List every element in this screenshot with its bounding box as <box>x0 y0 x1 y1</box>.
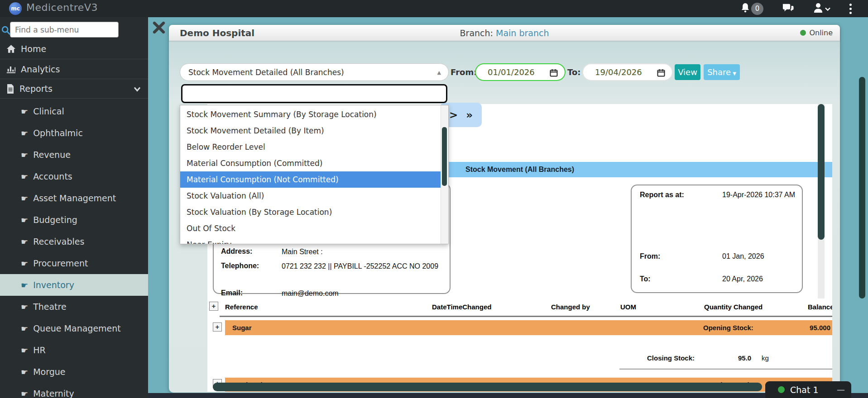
dot <box>849 4 852 6</box>
hand-pointer-icon: ☛ <box>21 172 28 181</box>
topbar: mc MedicentreV3 0 <box>0 0 868 17</box>
page: mc MedicentreV3 0 <box>0 0 868 398</box>
page-vertical-scrollbar[interactable] <box>859 77 865 298</box>
chevron-down-icon <box>825 5 830 13</box>
dropdown-options-list: Stock Movement Summary (By Storage Locat… <box>180 105 449 244</box>
calendar-icon <box>549 68 558 77</box>
sidebar-item-theatre[interactable]: ☛Theatre <box>0 296 148 317</box>
more-options-button[interactable] <box>849 4 852 14</box>
sidebar-item-maternity[interactable]: ☛Maternity <box>0 383 148 398</box>
to-date-value: 19/04/2026 <box>595 67 642 77</box>
column-header-quantity-changed: Quantity Changed <box>704 303 762 311</box>
hand-pointer-icon: ☛ <box>21 259 28 268</box>
expand-all-button[interactable]: + <box>209 302 218 311</box>
sidebar-item-label: Reports <box>19 84 53 94</box>
report-meta-box: Report as at: 19-Apr-2026 10:37 AM From:… <box>631 185 803 293</box>
sidebar-item-inventory[interactable]: ☛Inventory <box>0 274 148 296</box>
sidebar-item-morgue[interactable]: ☛Morgue <box>0 361 148 383</box>
report-vertical-scrollbar[interactable] <box>818 104 825 240</box>
table-row-sugar[interactable]: Sugar Opening Stock: 95.000 <box>225 320 832 335</box>
from-date-value: 01/01/2026 <box>488 67 535 77</box>
dot <box>849 8 852 10</box>
dropdown-option[interactable]: Below Reorder Level <box>180 139 441 155</box>
dropdown-option[interactable]: Stock Valuation (All) <box>180 188 441 204</box>
sidebar-item-queue-management[interactable]: ☛Queue Management <box>0 317 148 339</box>
dropdown-option[interactable]: Stock Movement Summary (By Storage Locat… <box>180 106 441 123</box>
dot <box>849 12 852 14</box>
user-menu-button[interactable] <box>813 2 830 15</box>
column-header-changed-by: Changed by <box>551 303 590 311</box>
expand-row-button[interactable]: + <box>213 322 222 332</box>
horizontal-scrollbar[interactable] <box>213 383 762 391</box>
dropdown-search-input[interactable] <box>181 84 447 103</box>
chat-label: Chat 1 <box>790 385 819 395</box>
dropdown-option-highlighted[interactable]: Material Consumption (Not Committed) <box>180 171 441 188</box>
sub-item-label: Accounts <box>33 171 72 181</box>
opening-stock-value: 95.000 <box>810 324 830 332</box>
chat-widget[interactable]: Chat 1 — <box>765 381 851 398</box>
address-label: Address: <box>221 247 252 256</box>
share-button-label: Share <box>707 67 731 77</box>
meta-to-label: To: <box>640 275 651 283</box>
report-modal: Demo Hospital Branch: Main branch Online… <box>169 25 840 393</box>
hand-pointer-icon: ☛ <box>21 302 28 312</box>
to-date-input[interactable]: 19/04/2026 <box>582 63 673 81</box>
close-icon[interactable] <box>152 21 166 34</box>
view-button[interactable]: View <box>675 64 700 80</box>
calendar-icon <box>657 68 666 77</box>
sidebar-item-asset-management[interactable]: ☛Asset Management <box>0 187 148 209</box>
telephone-value: 0721 232 232 || PAYBILL -252252 ACC NO 2… <box>282 262 445 271</box>
sidebar-item-receivables[interactable]: ☛Receivables <box>0 231 148 252</box>
bar-chart-icon <box>6 65 16 74</box>
branch-label: Branch: <box>460 28 493 38</box>
caret-up-icon: ▲ <box>437 70 441 76</box>
sub-item-label: Clinical <box>33 106 64 116</box>
topbar-icons: 0 <box>741 0 852 17</box>
dropdown-scrollbar-thumb[interactable] <box>442 127 447 186</box>
next-page-button[interactable]: > <box>449 109 458 121</box>
messages-button[interactable] <box>782 2 794 15</box>
report-type-select[interactable]: Stock Movement Detailed (All Branches) ▲ <box>180 63 449 81</box>
sidebar-item-reports[interactable]: Reports <box>0 79 148 99</box>
meta-from-label: From: <box>640 252 660 261</box>
sidebar-item-procurement[interactable]: ☛Procurement <box>0 252 148 274</box>
user-icon <box>813 2 823 15</box>
from-date-input[interactable]: 01/01/2026 <box>475 63 566 81</box>
sub-item-label: HR <box>33 345 46 355</box>
chat-bubbles-icon <box>782 6 794 15</box>
branch: Branch: Main branch <box>460 28 549 38</box>
share-button[interactable]: Share▼ <box>704 64 740 80</box>
app-logo: mc <box>9 2 22 15</box>
sidebar-item-revenue[interactable]: ☛Revenue <box>0 144 148 166</box>
dropdown-option[interactable]: Stock Valuation (By Storage Location) <box>180 204 441 220</box>
sidebar-nav: Home Analytics Reports <box>0 39 148 99</box>
sidebar-item-clinical[interactable]: ☛Clinical <box>0 100 148 122</box>
opening-stock-label: Opening Stock: <box>703 324 753 332</box>
sidebar-item-budgeting[interactable]: ☛Budgeting <box>0 209 148 231</box>
last-page-button[interactable]: » <box>466 109 473 121</box>
branch-name-link[interactable]: Main branch <box>496 28 549 38</box>
dropdown-option[interactable]: Stock Movement Detailed (By Item) <box>180 123 441 139</box>
report-as-at-value: 19-Apr-2026 10:37 AM <box>722 191 795 199</box>
column-header-uom: UOM <box>620 303 636 311</box>
closing-stock-uom: kg <box>762 354 769 362</box>
dropdown-option[interactable]: Near Expiry <box>180 237 441 244</box>
sidebar-item-hr[interactable]: ☛HR <box>0 339 148 361</box>
sub-item-label: Revenue <box>33 150 71 160</box>
minimize-icon[interactable]: — <box>837 385 845 394</box>
status-badge: Online <box>800 28 833 37</box>
reports-submenu: ☛Clinical ☛Ophthalmic ☛Revenue ☛Accounts… <box>0 100 148 398</box>
address-value: Main Street : <box>282 247 445 257</box>
dropdown-option[interactable]: Material Consumption (Committed) <box>180 155 441 171</box>
sidebar-item-accounts[interactable]: ☛Accounts <box>0 166 148 187</box>
sidebar-item-ophthalmic[interactable]: ☛Ophthalmic <box>0 122 148 144</box>
search-input[interactable] <box>10 22 119 38</box>
notifications-button[interactable]: 0 <box>741 2 763 15</box>
sidebar-item-analytics[interactable]: Analytics <box>0 59 148 79</box>
email-label: Email: <box>221 289 243 297</box>
sub-item-label: Receivables <box>33 237 84 246</box>
sub-item-label: Theatre <box>33 302 67 312</box>
email-value: main@demo.com <box>282 289 445 298</box>
dropdown-option[interactable]: Out Of Stock <box>180 220 441 237</box>
sidebar-item-home[interactable]: Home <box>0 39 148 59</box>
